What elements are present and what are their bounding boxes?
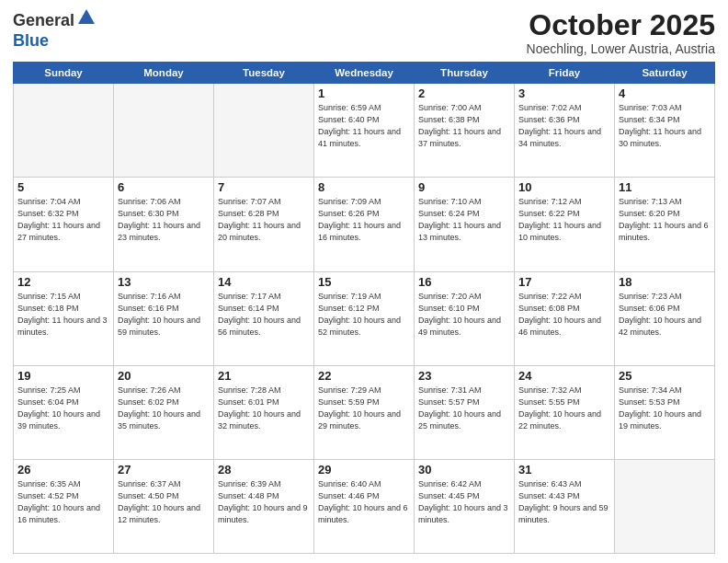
calendar-week-4: 19Sunrise: 7:25 AMSunset: 6:04 PMDayligh… — [14, 365, 715, 459]
day-number: 1 — [318, 86, 410, 100]
day-number: 29 — [318, 463, 410, 477]
logo: General Blue — [13, 9, 97, 51]
day-number: 6 — [118, 180, 210, 194]
calendar-cell: 28Sunrise: 6:39 AMSunset: 4:48 PMDayligh… — [214, 459, 314, 553]
page: General Blue October 2025 Noechling, Low… — [0, 0, 728, 563]
day-detail: Sunrise: 7:16 AMSunset: 6:16 PMDaylight:… — [118, 291, 210, 339]
day-number: 28 — [218, 463, 310, 477]
calendar-cell: 20Sunrise: 7:26 AMSunset: 6:02 PMDayligh… — [114, 365, 214, 459]
weekday-header-friday: Friday — [515, 63, 615, 84]
calendar-cell: 5Sunrise: 7:04 AMSunset: 6:32 PMDaylight… — [14, 178, 114, 271]
day-number: 17 — [518, 275, 610, 289]
calendar-cell: 7Sunrise: 7:07 AMSunset: 6:28 PMDaylight… — [214, 178, 314, 271]
day-detail: Sunrise: 7:15 AMSunset: 6:18 PMDaylight:… — [17, 291, 109, 339]
day-number: 18 — [619, 275, 711, 289]
weekday-header-wednesday: Wednesday — [314, 63, 415, 84]
logo-icon — [76, 7, 97, 31]
calendar-cell: 31Sunrise: 6:43 AMSunset: 4:43 PMDayligh… — [515, 459, 615, 553]
weekday-header-thursday: Thursday — [415, 63, 515, 84]
calendar-cell: 3Sunrise: 7:02 AMSunset: 6:36 PMDaylight… — [515, 84, 615, 178]
calendar-cell: 26Sunrise: 6:35 AMSunset: 4:52 PMDayligh… — [14, 459, 114, 553]
day-detail: Sunrise: 6:59 AMSunset: 6:40 PMDaylight:… — [318, 102, 410, 150]
calendar-cell: 11Sunrise: 7:13 AMSunset: 6:20 PMDayligh… — [615, 178, 715, 271]
calendar-cell: 15Sunrise: 7:19 AMSunset: 6:12 PMDayligh… — [314, 271, 415, 365]
calendar-cell: 21Sunrise: 7:28 AMSunset: 6:01 PMDayligh… — [214, 365, 314, 459]
day-number: 11 — [619, 180, 711, 194]
calendar-cell: 9Sunrise: 7:10 AMSunset: 6:24 PMDaylight… — [415, 178, 515, 271]
day-detail: Sunrise: 7:03 AMSunset: 6:34 PMDaylight:… — [619, 102, 711, 150]
calendar-cell: 16Sunrise: 7:20 AMSunset: 6:10 PMDayligh… — [415, 271, 515, 365]
weekday-header-saturday: Saturday — [615, 63, 715, 84]
day-detail: Sunrise: 7:20 AMSunset: 6:10 PMDaylight:… — [418, 291, 510, 339]
day-number: 8 — [318, 180, 410, 194]
day-detail: Sunrise: 7:06 AMSunset: 6:30 PMDaylight:… — [118, 196, 210, 244]
day-detail: Sunrise: 7:25 AMSunset: 6:04 PMDaylight:… — [17, 385, 109, 432]
calendar-cell: 10Sunrise: 7:12 AMSunset: 6:22 PMDayligh… — [515, 178, 615, 271]
calendar-cell: 13Sunrise: 7:16 AMSunset: 6:16 PMDayligh… — [114, 271, 214, 365]
day-detail: Sunrise: 7:17 AMSunset: 6:14 PMDaylight:… — [218, 291, 310, 339]
day-number: 15 — [318, 275, 410, 289]
day-number: 2 — [418, 86, 510, 100]
calendar-cell: 14Sunrise: 7:17 AMSunset: 6:14 PMDayligh… — [214, 271, 314, 365]
month-title: October 2025 — [527, 9, 715, 41]
calendar-cell: 6Sunrise: 7:06 AMSunset: 6:30 PMDaylight… — [114, 178, 214, 271]
calendar-week-5: 26Sunrise: 6:35 AMSunset: 4:52 PMDayligh… — [14, 459, 715, 553]
day-detail: Sunrise: 7:19 AMSunset: 6:12 PMDaylight:… — [318, 291, 410, 339]
day-number: 24 — [518, 369, 610, 383]
day-number: 3 — [518, 86, 610, 100]
day-number: 22 — [318, 369, 410, 383]
day-detail: Sunrise: 6:35 AMSunset: 4:52 PMDaylight:… — [17, 478, 109, 526]
day-number: 31 — [518, 463, 610, 477]
day-detail: Sunrise: 7:04 AMSunset: 6:32 PMDaylight:… — [17, 196, 109, 244]
logo-blue-text: Blue — [13, 31, 49, 51]
calendar-cell: 1Sunrise: 6:59 AMSunset: 6:40 PMDaylight… — [314, 84, 415, 178]
day-detail: Sunrise: 7:09 AMSunset: 6:26 PMDaylight:… — [318, 196, 410, 244]
day-number: 19 — [17, 369, 109, 383]
day-detail: Sunrise: 6:37 AMSunset: 4:50 PMDaylight:… — [118, 478, 210, 526]
day-detail: Sunrise: 7:26 AMSunset: 6:02 PMDaylight:… — [118, 385, 210, 432]
day-number: 7 — [218, 180, 310, 194]
calendar-week-3: 12Sunrise: 7:15 AMSunset: 6:18 PMDayligh… — [14, 271, 715, 365]
day-detail: Sunrise: 7:23 AMSunset: 6:06 PMDaylight:… — [619, 291, 711, 339]
day-detail: Sunrise: 7:10 AMSunset: 6:24 PMDaylight:… — [418, 196, 510, 244]
logo-general-text: General — [13, 11, 74, 30]
calendar-cell: 19Sunrise: 7:25 AMSunset: 6:04 PMDayligh… — [14, 365, 114, 459]
calendar-cell: 25Sunrise: 7:34 AMSunset: 5:53 PMDayligh… — [615, 365, 715, 459]
day-number: 30 — [418, 463, 510, 477]
calendar-cell: 18Sunrise: 7:23 AMSunset: 6:06 PMDayligh… — [615, 271, 715, 365]
calendar-week-2: 5Sunrise: 7:04 AMSunset: 6:32 PMDaylight… — [14, 178, 715, 271]
svg-marker-0 — [78, 9, 95, 24]
day-detail: Sunrise: 7:12 AMSunset: 6:22 PMDaylight:… — [518, 196, 610, 244]
calendar-cell: 8Sunrise: 7:09 AMSunset: 6:26 PMDaylight… — [314, 178, 415, 271]
weekday-header-sunday: Sunday — [14, 63, 114, 84]
day-detail: Sunrise: 7:22 AMSunset: 6:08 PMDaylight:… — [518, 291, 610, 339]
calendar-cell: 12Sunrise: 7:15 AMSunset: 6:18 PMDayligh… — [14, 271, 114, 365]
day-detail: Sunrise: 6:39 AMSunset: 4:48 PMDaylight:… — [218, 478, 310, 526]
day-number: 23 — [418, 369, 510, 383]
day-detail: Sunrise: 6:42 AMSunset: 4:45 PMDaylight:… — [418, 478, 510, 526]
day-number: 27 — [118, 463, 210, 477]
calendar-cell: 27Sunrise: 6:37 AMSunset: 4:50 PMDayligh… — [114, 459, 214, 553]
header: General Blue October 2025 Noechling, Low… — [13, 9, 715, 56]
calendar-cell: 24Sunrise: 7:32 AMSunset: 5:55 PMDayligh… — [515, 365, 615, 459]
title-block: October 2025 Noechling, Lower Austria, A… — [527, 9, 715, 56]
day-number: 25 — [619, 369, 711, 383]
day-detail: Sunrise: 6:40 AMSunset: 4:46 PMDaylight:… — [318, 478, 410, 526]
day-number: 26 — [17, 463, 109, 477]
day-number: 9 — [418, 180, 510, 194]
calendar-cell: 2Sunrise: 7:00 AMSunset: 6:38 PMDaylight… — [415, 84, 515, 178]
calendar-cell — [214, 84, 314, 178]
day-number: 10 — [518, 180, 610, 194]
day-detail: Sunrise: 7:34 AMSunset: 5:53 PMDaylight:… — [619, 385, 711, 432]
day-number: 16 — [418, 275, 510, 289]
calendar-cell: 30Sunrise: 6:42 AMSunset: 4:45 PMDayligh… — [415, 459, 515, 553]
calendar-cell: 17Sunrise: 7:22 AMSunset: 6:08 PMDayligh… — [515, 271, 615, 365]
calendar-cell: 23Sunrise: 7:31 AMSunset: 5:57 PMDayligh… — [415, 365, 515, 459]
day-number: 5 — [17, 180, 109, 194]
day-number: 21 — [218, 369, 310, 383]
day-detail: Sunrise: 7:31 AMSunset: 5:57 PMDaylight:… — [418, 385, 510, 432]
calendar-cell — [615, 459, 715, 553]
day-detail: Sunrise: 7:29 AMSunset: 5:59 PMDaylight:… — [318, 385, 410, 432]
weekday-header-tuesday: Tuesday — [214, 63, 314, 84]
day-detail: Sunrise: 7:28 AMSunset: 6:01 PMDaylight:… — [218, 385, 310, 432]
